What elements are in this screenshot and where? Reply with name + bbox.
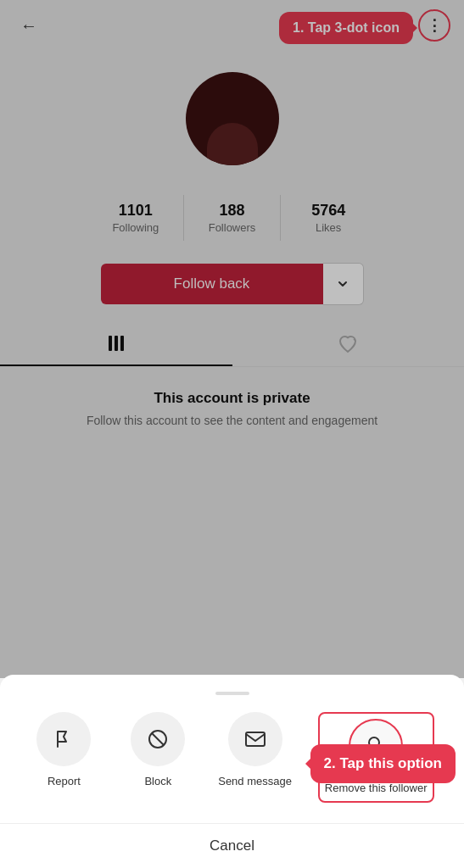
sheet-handle bbox=[215, 692, 249, 695]
report-label: Report bbox=[48, 775, 81, 789]
report-icon-circle bbox=[36, 712, 91, 766]
block-label: Block bbox=[144, 775, 171, 789]
svg-line-4 bbox=[152, 733, 164, 745]
cancel-button[interactable]: Cancel bbox=[0, 823, 464, 868]
block-icon bbox=[146, 727, 170, 751]
block-icon-circle bbox=[131, 712, 185, 766]
flag-icon bbox=[52, 727, 75, 751]
bottom-sheet-overlay bbox=[0, 0, 464, 678]
callout-2: 2. Tap this option bbox=[310, 744, 456, 783]
message-label: Send message bbox=[218, 775, 292, 789]
message-icon bbox=[243, 727, 267, 751]
svg-rect-5 bbox=[246, 732, 265, 746]
action-block[interactable]: Block bbox=[124, 712, 192, 803]
message-icon-circle bbox=[228, 712, 282, 766]
action-report[interactable]: Report bbox=[30, 712, 98, 803]
action-send-message[interactable]: Send message bbox=[218, 712, 292, 803]
remove-follower-label: Remove this follower bbox=[325, 782, 428, 796]
